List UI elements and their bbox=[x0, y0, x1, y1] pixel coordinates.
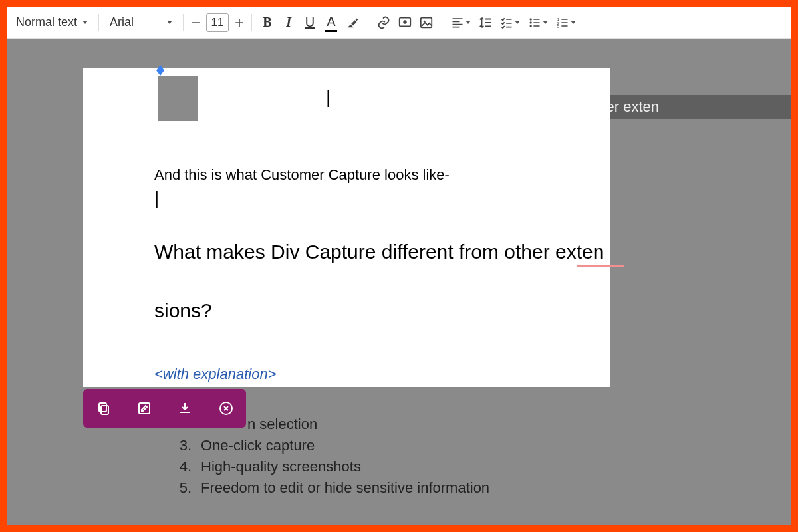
link-icon bbox=[376, 15, 391, 30]
highlighter-icon bbox=[345, 15, 360, 30]
toolbar-separator bbox=[442, 14, 442, 31]
spellcheck-underline bbox=[577, 265, 624, 267]
checklist-button[interactable] bbox=[497, 12, 523, 33]
heading-line-2[interactable]: sions? bbox=[154, 299, 212, 322]
bold-icon: B bbox=[263, 15, 271, 30]
chevron-down-icon bbox=[167, 21, 172, 24]
copy-button[interactable] bbox=[83, 389, 124, 428]
add-comment-button[interactable] bbox=[395, 12, 415, 33]
app-frame: Normal text Arial − 11 + B I U A bbox=[7, 7, 791, 525]
font-size-stepper: − 11 + bbox=[189, 13, 246, 32]
ruler-indent-marker[interactable] bbox=[156, 65, 164, 70]
chevron-down-icon bbox=[466, 21, 471, 24]
numbered-list: n selection 3. One-click capture 4. High… bbox=[173, 416, 489, 501]
paragraph-style-dropdown[interactable]: Normal text bbox=[11, 12, 93, 33]
formatting-toolbar: Normal text Arial − 11 + B I U A bbox=[7, 7, 791, 39]
list-item-text: n selection bbox=[247, 416, 317, 433]
font-family-dropdown[interactable]: Arial bbox=[104, 12, 178, 33]
svg-rect-11 bbox=[139, 403, 150, 414]
insert-link-button[interactable] bbox=[374, 12, 394, 33]
list-item-text: High-quality screenshots bbox=[201, 458, 361, 475]
edit-icon bbox=[136, 400, 152, 416]
bulleted-list-icon bbox=[528, 16, 541, 29]
chevron-down-icon bbox=[82, 21, 88, 24]
underline-button[interactable]: U bbox=[300, 12, 320, 33]
italic-button[interactable]: I bbox=[279, 12, 299, 33]
font-family-label: Arial bbox=[110, 15, 134, 29]
comment-plus-icon bbox=[398, 15, 412, 30]
numbered-list-icon: 123 bbox=[556, 16, 569, 29]
svg-rect-10 bbox=[99, 403, 106, 412]
placeholder-note[interactable]: <with explanation> bbox=[154, 366, 276, 383]
numbered-list-button[interactable]: 123 bbox=[553, 12, 579, 33]
copy-icon bbox=[96, 400, 112, 416]
list-item[interactable]: 4. High-quality screenshots bbox=[173, 458, 489, 475]
insert-image-button[interactable] bbox=[416, 12, 436, 33]
svg-rect-9 bbox=[101, 406, 108, 414]
list-number: 3. bbox=[173, 437, 192, 454]
paragraph-text[interactable]: And this is what Customer Capture looks … bbox=[154, 166, 450, 184]
margin-indicator bbox=[158, 76, 198, 121]
svg-point-4 bbox=[530, 21, 532, 23]
chevron-down-icon bbox=[571, 21, 576, 24]
heading-line-1[interactable]: What makes Div Capture different from ot… bbox=[154, 241, 604, 263]
highlight-color-button[interactable] bbox=[342, 12, 362, 33]
font-size-input[interactable]: 11 bbox=[206, 13, 229, 32]
list-item[interactable]: 3. One-click capture bbox=[173, 437, 489, 454]
text-cursor: | bbox=[154, 188, 159, 209]
text-cursor: | bbox=[326, 86, 331, 108]
svg-point-3 bbox=[530, 18, 532, 20]
svg-point-5 bbox=[530, 25, 532, 27]
list-number: 5. bbox=[173, 479, 192, 497]
line-spacing-icon bbox=[478, 15, 493, 30]
chevron-down-icon bbox=[543, 21, 548, 24]
bulleted-list-button[interactable] bbox=[525, 12, 551, 33]
font-size-increase-button[interactable]: + bbox=[233, 13, 246, 32]
text-color-icon: A bbox=[327, 14, 335, 31]
font-size-decrease-button[interactable]: − bbox=[189, 13, 202, 32]
edit-button[interactable] bbox=[124, 389, 164, 428]
underline-icon: U bbox=[305, 15, 315, 30]
image-icon bbox=[419, 15, 434, 30]
svg-text:3: 3 bbox=[557, 25, 559, 29]
align-button[interactable] bbox=[448, 12, 474, 33]
list-item[interactable]: 5. Freedom to edit or hide sensitive inf… bbox=[173, 479, 489, 497]
toolbar-separator bbox=[368, 14, 368, 31]
bold-button[interactable]: B bbox=[257, 12, 277, 33]
checklist-icon bbox=[500, 16, 513, 29]
toolbar-separator bbox=[183, 14, 184, 31]
paragraph-style-label: Normal text bbox=[16, 15, 77, 29]
close-circle-icon bbox=[218, 400, 234, 416]
text-color-button[interactable]: A bbox=[321, 12, 341, 33]
list-item-text: One-click capture bbox=[201, 437, 315, 454]
italic-icon: I bbox=[286, 15, 291, 30]
chevron-down-icon bbox=[515, 21, 520, 24]
download-icon bbox=[177, 400, 193, 416]
toolbar-separator bbox=[251, 14, 252, 31]
toolbar-separator bbox=[98, 14, 99, 31]
line-spacing-button[interactable] bbox=[475, 12, 495, 33]
list-number: 4. bbox=[173, 458, 192, 475]
align-left-icon bbox=[451, 16, 464, 29]
list-item-text: Freedom to edit or hide sensitive inform… bbox=[201, 479, 489, 497]
list-item[interactable]: n selection bbox=[247, 416, 489, 433]
